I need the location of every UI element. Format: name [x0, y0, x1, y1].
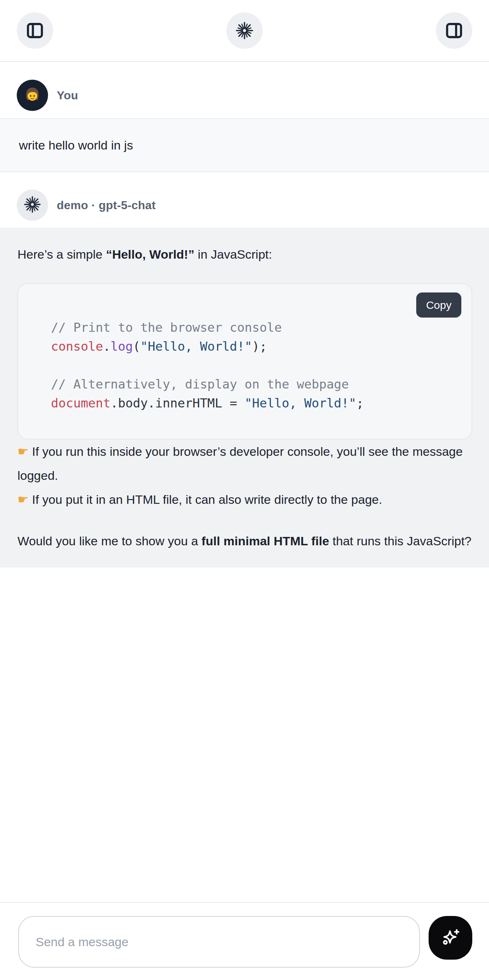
code-token-comment: // Print to the browser console [51, 320, 282, 335]
assistant-paragraphs: ☛ If you run this inside your browser’s … [18, 439, 472, 553]
text: that runs this JavaScript? [329, 534, 471, 548]
composer-bar [0, 902, 489, 980]
code-token-plain: .body.innerHTML = [111, 396, 244, 410]
copy-code-button[interactable]: Copy [416, 293, 461, 318]
toggle-left-sidebar-button[interactable] [17, 13, 53, 49]
code-line: // Alternatively, display on the webpage [51, 375, 457, 394]
pointing-hand-emoji: ☛ [18, 444, 29, 459]
text: If you run this inside your browser’s de… [18, 444, 463, 482]
starburst-icon [236, 21, 253, 40]
code-token-plain: ; [356, 396, 363, 410]
text: in JavaScript: [194, 247, 272, 261]
text: Would you like me to show you a [18, 534, 202, 548]
assistant-avatar [17, 189, 48, 221]
code-token-string: "Hello, World!" [140, 339, 252, 353]
pointing-hand-emoji: ☛ [18, 492, 29, 507]
assistant-paragraph: ☛ If you run this inside your browser’s … [18, 439, 472, 511]
chat-app: You write hello world in js demo · gpt-5… [0, 0, 489, 980]
panel-left-icon [25, 21, 45, 40]
code-token-plain: ); [252, 339, 267, 353]
user-avatar [17, 80, 48, 111]
person-emoji-icon [22, 84, 43, 107]
user-speaker-label: You [57, 89, 78, 102]
code-line: document.body.innerHTML = "Hello, World!… [51, 394, 457, 412]
toggle-right-panel-button[interactable] [436, 13, 472, 49]
send-button[interactable] [428, 916, 472, 959]
model-menu-button[interactable] [226, 13, 263, 49]
code-token-comment: // Alternatively, display on the webpage [51, 377, 349, 391]
text: Here’s a simple [18, 247, 106, 261]
assistant-intro-paragraph: Here’s a simple “Hello, World!” in JavaS… [18, 242, 472, 266]
code-token-function: log [111, 339, 133, 353]
user-message: write hello world in js [0, 118, 489, 172]
user-turn-header: You [0, 80, 489, 111]
code-token-string: "Hello, World!" [244, 396, 356, 410]
assistant-turn-header: demo · gpt-5-chat [0, 189, 489, 221]
sparkle-icon [438, 926, 462, 951]
assistant-message: Here’s a simple “Hello, World!” in JavaS… [0, 228, 489, 568]
user-message-text: write hello world in js [19, 138, 133, 152]
code-content: // Print to the browser consoleconsole.l… [51, 318, 457, 412]
code-line: // Print to the browser console [51, 318, 457, 337]
code-token-keyword: document [51, 396, 111, 410]
code-token-keyword: console [51, 339, 103, 353]
bold-text: “Hello, World!” [106, 247, 194, 261]
panel-right-icon [444, 21, 464, 40]
text: If you put it in an HTML file, it can al… [29, 493, 382, 506]
conversation: You write hello world in js demo · gpt-5… [0, 62, 489, 902]
assistant-speaker-label: demo · gpt-5-chat [57, 199, 156, 212]
bold-text: full minimal HTML file [202, 534, 329, 548]
code-line [51, 356, 457, 375]
code-block: Copy // Print to the browser consolecons… [18, 283, 472, 439]
assistant-paragraph: Would you like me to show you a full min… [18, 529, 472, 553]
code-token-plain: ( [133, 339, 140, 353]
code-token-plain: . [103, 339, 110, 353]
code-line: console.log("Hello, World!"); [51, 337, 457, 356]
top-bar [0, 0, 489, 62]
starburst-icon [24, 196, 41, 215]
message-input[interactable] [18, 916, 420, 967]
